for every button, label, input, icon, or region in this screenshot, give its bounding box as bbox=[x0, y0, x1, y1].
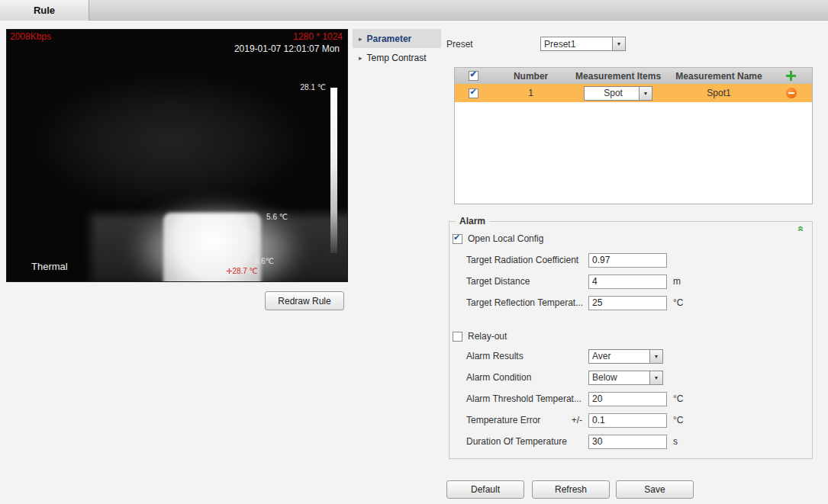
tab-rule[interactable]: Rule bbox=[0, 0, 89, 21]
alarm-condition-value: Below bbox=[589, 372, 649, 383]
resolution-overlay: 1280 * 1024 bbox=[293, 31, 343, 42]
menu-item-label: Temp Contrast bbox=[367, 53, 427, 63]
timestamp-overlay: 2019-01-07 12:01:07 Mon bbox=[234, 43, 340, 54]
duration-label: Duration Of Temperature bbox=[466, 436, 567, 447]
scale-min-temp: 8.6℃ bbox=[255, 257, 274, 265]
target-radiation-row: Target Radiation Coefficient bbox=[466, 252, 667, 268]
column-header-items: Measurement Items bbox=[569, 71, 667, 82]
menu-item-temp-contrast[interactable]: ▸ Temp Contrast bbox=[353, 48, 441, 67]
alarm-condition-label: Alarm Condition bbox=[466, 372, 531, 383]
alarm-threshold-row: Alarm Threshold Temperat... °C bbox=[466, 391, 683, 406]
alarm-results-dropdown[interactable]: Aver ▼ bbox=[588, 349, 663, 364]
alarm-threshold-unit: °C bbox=[673, 393, 683, 404]
bitrate-overlay: 2008Kbps bbox=[10, 31, 51, 42]
target-distance-row: Target Distance m bbox=[466, 274, 681, 289]
measurement-item-value: Spot bbox=[585, 88, 639, 98]
redraw-rule-button[interactable]: Redraw Rule bbox=[265, 291, 344, 310]
menu-item-parameter[interactable]: ▸ Parameter bbox=[353, 29, 441, 48]
temperature-scale-bar bbox=[330, 88, 337, 253]
temperature-error-input[interactable] bbox=[588, 413, 667, 428]
arrow-right-icon: ▸ bbox=[359, 35, 362, 43]
default-button[interactable]: Default bbox=[446, 480, 524, 499]
row-checkbox[interactable]: ✔ bbox=[469, 88, 478, 98]
alarm-groupbox: Alarm « ✔ Open Local Config Target Radia… bbox=[449, 221, 813, 459]
target-distance-input[interactable] bbox=[588, 274, 667, 289]
target-reflection-input[interactable] bbox=[588, 296, 667, 310]
spot-temp-marker: ✛28.7 ℃ bbox=[226, 267, 258, 275]
column-header-name: Measurement Name bbox=[668, 71, 770, 82]
preset-label: Preset bbox=[446, 39, 473, 50]
target-reflection-row: Target Reflection Temperat... °C bbox=[466, 295, 683, 310]
tab-bar: Rule bbox=[0, 0, 828, 21]
measurement-name: Spot1 bbox=[668, 88, 770, 98]
temperature-error-unit: °C bbox=[673, 415, 683, 425]
delete-measurement-icon[interactable] bbox=[786, 88, 797, 98]
open-local-config-label: Open Local Config bbox=[468, 233, 543, 244]
duration-input[interactable] bbox=[588, 435, 667, 449]
thermal-dark-blob bbox=[30, 72, 312, 213]
chevron-down-icon[interactable]: ▼ bbox=[649, 371, 662, 384]
menu-item-label: Parameter bbox=[367, 34, 412, 44]
temperature-error-label: Temperature Error bbox=[466, 415, 540, 425]
target-radiation-input[interactable] bbox=[588, 253, 667, 268]
save-button[interactable]: Save bbox=[616, 480, 694, 499]
target-distance-unit: m bbox=[673, 276, 681, 287]
preset-dropdown-value: Preset1 bbox=[541, 39, 612, 50]
measurement-table: ✔ Number Measurement Items Measurement N… bbox=[454, 67, 813, 204]
scale-mid-temp: 5.6 ℃ bbox=[266, 213, 288, 221]
measurement-table-header: ✔ Number Measurement Items Measurement N… bbox=[455, 68, 812, 84]
alarm-threshold-label: Alarm Threshold Temperat... bbox=[466, 393, 582, 404]
alarm-condition-dropdown[interactable]: Below ▼ bbox=[588, 371, 663, 385]
relay-out-row: Relay-out bbox=[453, 329, 507, 344]
thermal-video-preview[interactable]: 2008Kbps 1280 * 1024 2019-01-07 12:01:07… bbox=[6, 29, 348, 282]
relay-out-checkbox[interactable] bbox=[453, 332, 462, 342]
open-local-config-row: ✔ Open Local Config bbox=[453, 231, 543, 246]
target-radiation-label: Target Radiation Coefficient bbox=[466, 255, 578, 265]
thermal-channel-label: Thermal bbox=[31, 261, 68, 272]
alarm-results-label: Alarm Results bbox=[466, 351, 524, 361]
table-row[interactable]: ✔ 1 Spot ▼ Spot1 bbox=[455, 84, 812, 102]
alarm-results-row: Alarm Results Aver ▼ bbox=[466, 348, 663, 364]
chevron-down-icon[interactable]: ▼ bbox=[639, 87, 652, 100]
alarm-condition-row: Alarm Condition Below ▼ bbox=[466, 370, 663, 385]
check-icon: ✔ bbox=[469, 69, 476, 79]
add-measurement-icon[interactable] bbox=[786, 71, 796, 81]
alarm-threshold-input[interactable] bbox=[588, 392, 667, 406]
chevron-down-icon[interactable]: ▼ bbox=[649, 350, 662, 363]
target-reflection-label: Target Reflection Temperat... bbox=[466, 297, 583, 308]
arrow-right-icon: ▸ bbox=[359, 54, 362, 62]
target-distance-label: Target Distance bbox=[466, 276, 530, 287]
duration-row: Duration Of Temperature s bbox=[466, 434, 678, 449]
collapse-up-icon[interactable]: « bbox=[796, 226, 807, 232]
select-all-checkbox[interactable]: ✔ bbox=[469, 71, 478, 81]
refresh-button[interactable]: Refresh bbox=[532, 480, 610, 499]
chevron-down-icon[interactable]: ▼ bbox=[612, 37, 625, 50]
temperature-error-prefix: +/- bbox=[572, 415, 588, 425]
relay-out-label: Relay-out bbox=[468, 331, 507, 342]
open-local-config-checkbox[interactable]: ✔ bbox=[453, 234, 462, 244]
preset-dropdown[interactable]: Preset1 ▼ bbox=[540, 37, 626, 51]
scale-max-temp: 28.1 ℃ bbox=[301, 83, 326, 91]
temperature-error-row: Temperature Error +/- °C bbox=[466, 413, 683, 428]
row-number: 1 bbox=[493, 88, 569, 98]
target-reflection-unit: °C bbox=[673, 297, 683, 308]
column-header-number: Number bbox=[493, 71, 569, 82]
check-icon: ✔ bbox=[469, 87, 476, 97]
check-icon: ✔ bbox=[453, 233, 460, 242]
duration-unit: s bbox=[673, 436, 678, 447]
alarm-groupbox-title: Alarm bbox=[456, 216, 489, 226]
measurement-item-dropdown[interactable]: Spot ▼ bbox=[584, 86, 652, 101]
side-menu: ▸ Parameter ▸ Temp Contrast bbox=[353, 29, 441, 67]
alarm-results-value: Aver bbox=[589, 351, 649, 361]
